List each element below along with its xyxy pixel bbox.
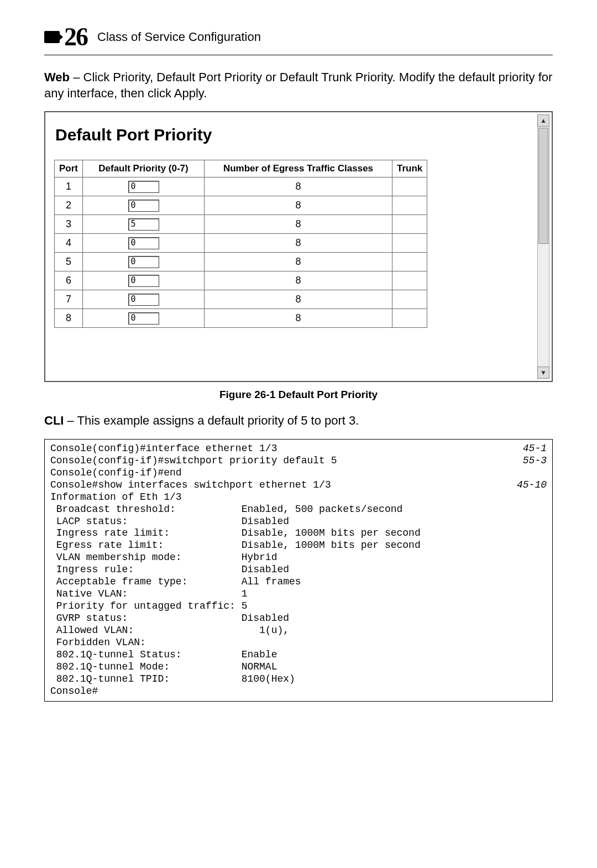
cell-classes: 8	[205, 309, 392, 328]
cell-priority: 0	[83, 253, 205, 271]
cli-text-content: Console#	[50, 686, 547, 698]
web-instructions: Web – Click Priority, Default Port Prior…	[44, 70, 553, 101]
cell-classes: 8	[205, 177, 392, 196]
cli-text-content: Information of Eth 1/3	[50, 491, 547, 504]
priority-input[interactable]: 0	[128, 181, 159, 193]
priority-input[interactable]: 5	[128, 218, 159, 231]
cli-text-content: Forbidden VLAN:	[50, 637, 547, 649]
web-label: Web	[44, 70, 70, 84]
web-text: – Click Priority, Default Port Priority …	[44, 70, 552, 100]
cli-text-content: Console(config)#interface ethernet 1/3	[50, 443, 508, 455]
cli-line: Console(config-if)#end	[50, 467, 547, 479]
cli-line: GVRP status: Disabled	[50, 613, 547, 625]
cell-classes: 8	[205, 271, 392, 290]
cli-line: Information of Eth 1/3	[50, 491, 547, 504]
chapter-title: Class of Service Configuration	[97, 30, 261, 44]
table-row: 708	[55, 290, 427, 309]
cli-text-content: Allowed VLAN: 1(u),	[50, 625, 547, 637]
cell-classes: 8	[205, 253, 392, 271]
scroll-thumb[interactable]	[538, 128, 548, 244]
cli-line: 802.1Q-tunnel Mode: NORMAL	[50, 661, 547, 673]
cli-line: Console#show interfaces switchport ether…	[50, 479, 547, 491]
cli-text-content: LACP status: Disabled	[50, 516, 547, 528]
cell-classes: 8	[205, 290, 392, 309]
priority-input[interactable]: 0	[128, 237, 159, 249]
cell-port: 3	[55, 215, 83, 234]
panel-title: Default Port Priority	[50, 116, 535, 160]
cell-trunk	[392, 253, 427, 271]
cli-text-content: Ingress rate limit: Disable, 1000M bits …	[50, 527, 547, 540]
cell-priority: 0	[83, 271, 205, 290]
cli-reference: 55-3	[508, 455, 547, 467]
cli-text-content: 802.1Q-tunnel Status: Enable	[50, 649, 547, 661]
cli-text-content: Priority for untagged traffic: 5	[50, 600, 547, 613]
cli-line: Allowed VLAN: 1(u),	[50, 625, 547, 637]
cell-priority: 0	[83, 290, 205, 309]
cli-text-content: Native VLAN: 1	[50, 588, 547, 600]
cli-line: Forbidden VLAN:	[50, 637, 547, 649]
cli-line: Console(config)#interface ethernet 1/345…	[50, 443, 547, 455]
cli-line: Ingress rule: Disabled	[50, 564, 547, 576]
header-rule	[44, 55, 553, 55]
priority-input[interactable]: 0	[128, 294, 159, 306]
cell-priority: 5	[83, 215, 205, 234]
cell-classes: 8	[205, 196, 392, 215]
cell-priority: 0	[83, 177, 205, 196]
col-port: Port	[55, 160, 83, 177]
scroll-down-button[interactable]: ▼	[537, 367, 549, 379]
cell-port: 7	[55, 290, 83, 309]
priority-input[interactable]: 0	[128, 200, 159, 212]
cell-trunk	[392, 290, 427, 309]
col-priority: Default Priority (0-7)	[83, 160, 205, 177]
cli-line: Native VLAN: 1	[50, 588, 547, 600]
cli-reference: 45-10	[508, 479, 547, 491]
cli-text-content: GVRP status: Disabled	[50, 613, 547, 625]
cell-trunk	[392, 234, 427, 253]
chapter-icon	[44, 31, 60, 43]
cli-line: Console(config-if)#switchport priority d…	[50, 455, 547, 467]
cell-port: 1	[55, 177, 83, 196]
cell-classes: 8	[205, 215, 392, 234]
cli-text-content: 802.1Q-tunnel TPID: 8100(Hex)	[50, 673, 547, 686]
cli-text-content: Console(config-if)#switchport priority d…	[50, 455, 508, 467]
priority-input[interactable]: 0	[128, 256, 159, 268]
scroll-track[interactable]	[537, 127, 549, 367]
cell-trunk	[392, 177, 427, 196]
cell-priority: 0	[83, 309, 205, 328]
cell-port: 5	[55, 253, 83, 271]
cli-line: Broadcast threshold: Enabled, 500 packet…	[50, 504, 547, 516]
scrollbar[interactable]: ▲ ▼	[537, 114, 549, 379]
cell-port: 6	[55, 271, 83, 290]
cli-line: LACP status: Disabled	[50, 516, 547, 528]
table-row: 358	[55, 215, 427, 234]
cli-label: CLI	[44, 414, 64, 427]
scroll-up-button[interactable]: ▲	[537, 114, 549, 127]
cli-line: Console#	[50, 686, 547, 698]
cli-line: Priority for untagged traffic: 5	[50, 600, 547, 613]
cli-text-content: Ingress rule: Disabled	[50, 564, 547, 576]
cli-text-content: Broadcast threshold: Enabled, 500 packet…	[50, 504, 547, 516]
cli-line: Egress rate limit: Disable, 1000M bits p…	[50, 540, 547, 552]
priority-input[interactable]: 0	[128, 275, 159, 287]
col-classes: Number of Egress Traffic Classes	[205, 160, 392, 177]
cli-text-content: 802.1Q-tunnel Mode: NORMAL	[50, 661, 547, 673]
screenshot-frame: Default Port Priority Port Default Prior…	[44, 111, 553, 382]
cell-trunk	[392, 215, 427, 234]
cli-text-content: Acceptable frame type: All frames	[50, 576, 547, 588]
cli-line: 802.1Q-tunnel TPID: 8100(Hex)	[50, 673, 547, 686]
cell-port: 4	[55, 234, 83, 253]
cli-text-content: VLAN membership mode: Hybrid	[50, 552, 547, 564]
cell-trunk	[392, 271, 427, 290]
cli-line: Ingress rate limit: Disable, 1000M bits …	[50, 527, 547, 540]
table-row: 408	[55, 234, 427, 253]
cli-line: 802.1Q-tunnel Status: Enable	[50, 649, 547, 661]
cli-text-content: Egress rate limit: Disable, 1000M bits p…	[50, 540, 547, 552]
priority-input[interactable]: 0	[128, 312, 159, 325]
cli-line: VLAN membership mode: Hybrid	[50, 552, 547, 564]
cell-priority: 0	[83, 234, 205, 253]
cell-trunk	[392, 196, 427, 215]
cli-text-content: Console(config-if)#end	[50, 467, 547, 479]
cell-classes: 8	[205, 234, 392, 253]
table-row: 208	[55, 196, 427, 215]
cell-port: 2	[55, 196, 83, 215]
